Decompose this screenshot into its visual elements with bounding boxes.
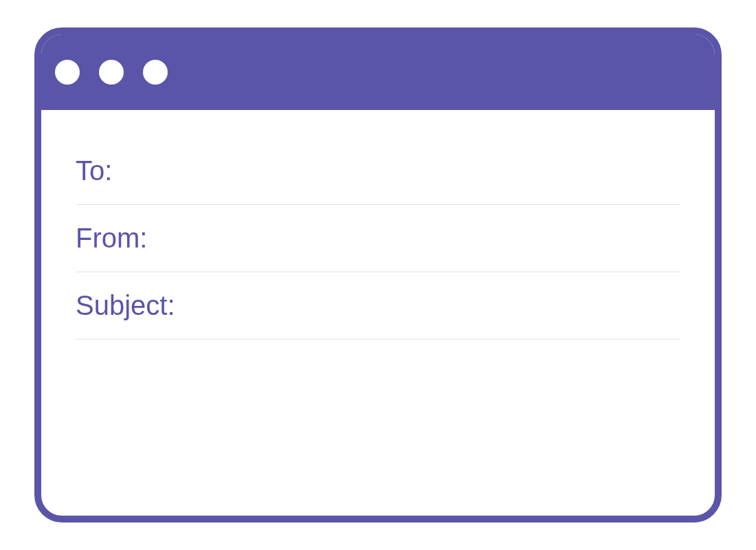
window-control-dot-icon[interactable] [99, 60, 124, 85]
message-body-area[interactable] [76, 340, 680, 512]
window-control-dot-icon[interactable] [55, 60, 80, 85]
subject-input[interactable] [175, 290, 680, 321]
from-field-row: From: [76, 205, 680, 272]
to-input[interactable] [112, 155, 680, 186]
subject-field-row: Subject: [76, 272, 680, 340]
window-titlebar [41, 34, 715, 110]
to-label: To: [76, 155, 112, 186]
from-label: From: [76, 223, 147, 254]
to-field-row: To: [76, 138, 680, 205]
compose-window: To: From: Subject: [34, 28, 722, 522]
subject-label: Subject: [76, 290, 175, 321]
from-input[interactable] [147, 223, 680, 254]
window-control-dot-icon[interactable] [143, 60, 168, 85]
compose-content: To: From: Subject: [41, 110, 715, 512]
